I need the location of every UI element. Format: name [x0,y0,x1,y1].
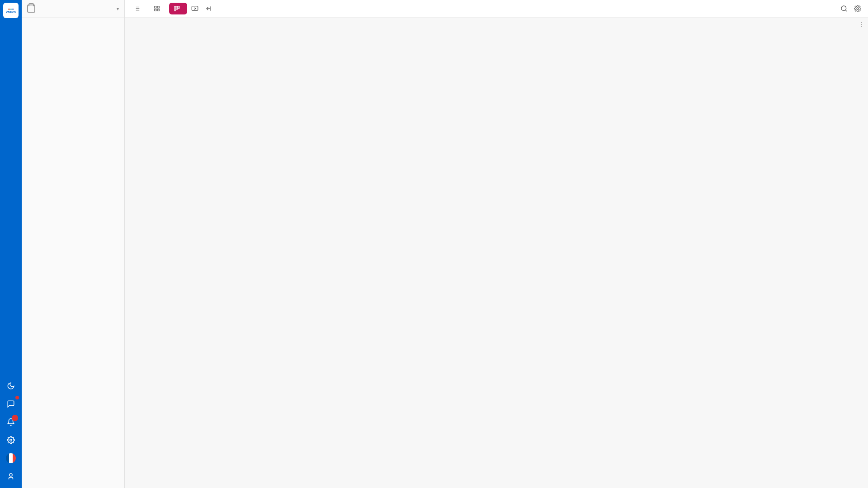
view-toolbar [125,0,868,18]
left-rail: values [0,0,22,488]
present-icon[interactable] [189,3,201,14]
sidebar-header[interactable]: ▾ [22,0,124,18]
svg-rect-13 [176,6,178,9]
svg-rect-12 [175,6,176,11]
collapse-icon[interactable] [203,3,214,14]
bell-icon[interactable] [2,413,20,431]
svg-line-19 [845,10,847,11]
chat-icon[interactable] [2,395,20,413]
svg-point-18 [841,6,846,11]
svg-point-0 [10,439,12,441]
view-list-button[interactable] [129,3,147,14]
filter-sidebar: ▾ [22,0,125,488]
chevron-down-icon[interactable]: ▾ [117,6,119,11]
moon-icon[interactable] [2,377,20,395]
view-kanban-button[interactable] [169,3,187,14]
language-flag[interactable] [2,449,20,467]
svg-point-20 [857,8,859,9]
chat-dot-icon [15,396,19,399]
app-logo[interactable]: values [3,3,19,18]
account-icon[interactable] [2,467,20,485]
settings-icon[interactable] [2,431,20,449]
main-area: ⋮ [125,0,868,488]
board-menu-icon[interactable]: ⋮ [858,21,864,28]
svg-rect-11 [155,9,156,11]
notification-badge [12,415,18,421]
svg-rect-10 [157,9,159,11]
svg-rect-8 [155,6,156,8]
search-icon[interactable] [838,3,850,14]
svg-rect-9 [157,6,159,8]
svg-point-1 [9,474,12,476]
view-dashboard-button[interactable] [149,3,167,14]
kanban-board [125,18,868,488]
gear-icon[interactable] [852,3,863,14]
svg-rect-14 [178,6,179,9]
clipboard-icon [27,5,35,13]
